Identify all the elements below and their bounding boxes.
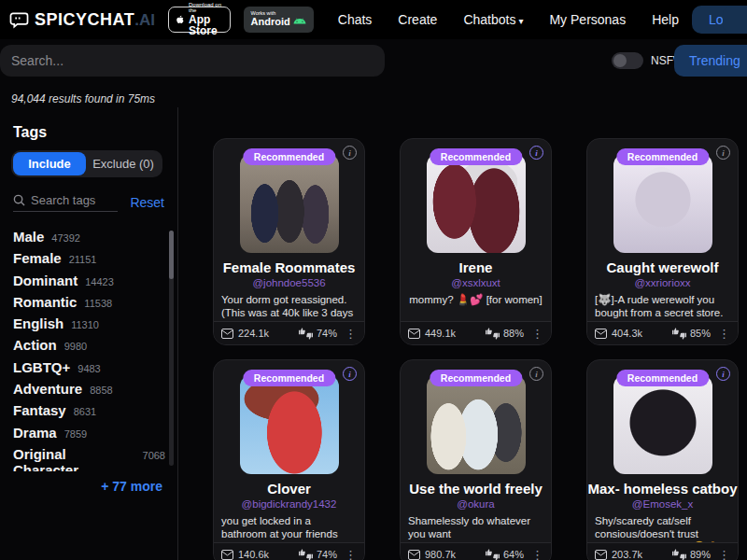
nav-chatbots[interactable]: Chatbots▾: [463, 12, 523, 27]
tag-count: 9483: [78, 363, 100, 374]
card-menu-icon[interactable]: ⋮: [531, 548, 543, 560]
rating: 85% ⋮: [672, 327, 730, 341]
chatbot-avatar[interactable]: [240, 154, 339, 253]
envelope-icon: [221, 550, 233, 560]
info-icon[interactable]: i: [343, 146, 357, 160]
tag-item[interactable]: Fantasy 8631: [13, 402, 165, 424]
chatbot-title[interactable]: Max- homeless catboy: [587, 481, 738, 497]
tag-list-scrollbar[interactable]: [169, 231, 174, 466]
include-tab[interactable]: Include: [13, 152, 86, 175]
card-footer: 203.7k 89% ⋮: [587, 542, 738, 560]
card-menu-icon[interactable]: ⋮: [345, 327, 357, 341]
tag-item[interactable]: LGBTQ+ 9483: [13, 359, 165, 381]
app-store-badge[interactable]: Download on the App Store: [168, 7, 231, 33]
tag-count: 8631: [74, 406, 96, 417]
message-count-value: 449.1k: [425, 328, 456, 339]
tag-item[interactable]: Drama 7859: [13, 425, 165, 446]
card-menu-icon[interactable]: ⋮: [718, 327, 730, 341]
register-button-partial[interactable]: [723, 6, 747, 34]
chatbot-username[interactable]: @johndoe5536: [214, 277, 364, 288]
chatbot-card[interactable]: Recommended i Max- homeless catboy @Emos…: [586, 359, 739, 560]
chatbot-description: Shamelessly do whatever you want: [408, 514, 543, 540]
tag-item[interactable]: Male 47392: [13, 229, 165, 250]
tag-item[interactable]: Romantic 11538: [13, 294, 165, 315]
chatbot-username[interactable]: @xxriorioxx: [587, 277, 738, 288]
spicychat-logo[interactable]: SPICYCHAT.AI: [9, 10, 155, 30]
chatbot-avatar[interactable]: [240, 375, 339, 474]
message-count-value: 404.3k: [612, 328, 642, 339]
chatbot-avatar[interactable]: [427, 375, 526, 474]
chatbot-title[interactable]: Female Roommates: [214, 259, 364, 275]
card-menu-icon[interactable]: ⋮: [718, 548, 730, 560]
nav-help[interactable]: Help: [652, 12, 679, 27]
apple-icon: [176, 12, 184, 27]
tag-item-clipped[interactable]: ▄▄▄ ▄: [13, 468, 165, 471]
thumbs-up-down-icon: [486, 328, 500, 340]
logo-suffix: .AI: [134, 11, 155, 29]
info-icon[interactable]: i: [343, 367, 357, 381]
tag-item[interactable]: Dominant 14423: [13, 273, 165, 294]
tag-item[interactable]: Adventure 8858: [13, 381, 165, 402]
reset-tags-link[interactable]: Reset: [130, 195, 164, 210]
chatbot-title[interactable]: Use the world freely: [401, 481, 551, 497]
scrollbar-thumb[interactable]: [169, 231, 174, 279]
info-icon[interactable]: i: [716, 146, 730, 160]
chatbot-avatar[interactable]: [613, 154, 712, 253]
chatbot-title[interactable]: Irene: [401, 259, 551, 275]
nsfw-toggle[interactable]: [612, 52, 643, 69]
chatbot-card[interactable]: Recommended i Use the world freely @okur…: [400, 359, 552, 560]
chatbot-card[interactable]: Recommended i Caught werewolf @xxrioriox…: [586, 138, 739, 345]
chatbot-avatar[interactable]: [427, 154, 526, 253]
rating: 74% ⋮: [299, 548, 357, 560]
tags-sidebar: Tags Include Exclude (0) Reset Male 4739…: [0, 107, 178, 560]
card-grid: Recommended i Female Roommates @johndoe5…: [213, 138, 739, 560]
thumbs-up-down-icon: [672, 328, 686, 340]
chatbot-title[interactable]: Caught werewolf: [587, 259, 738, 275]
tag-item[interactable]: Female 21151: [13, 250, 165, 272]
tag-item[interactable]: Original Character 7068: [13, 446, 165, 468]
chatbot-card[interactable]: Recommended i Female Roommates @johndoe5…: [213, 138, 365, 345]
chatbot-username[interactable]: @bigdickrandy1432: [214, 498, 364, 510]
tag-item[interactable]: Action 9980: [13, 337, 165, 358]
rating-value: 89%: [690, 549, 711, 560]
search-icon: [13, 194, 25, 206]
message-count: 449.1k: [408, 328, 456, 339]
nav-my-personas[interactable]: My Personas: [549, 12, 626, 27]
card-menu-icon[interactable]: ⋮: [345, 548, 357, 560]
envelope-icon: [595, 329, 607, 339]
nav-chats[interactable]: Chats: [338, 12, 373, 27]
info-icon[interactable]: i: [716, 367, 730, 381]
tag-count: 7859: [64, 428, 87, 440]
more-tags-link[interactable]: + 77 more: [101, 479, 162, 494]
trending-button[interactable]: Trending: [674, 45, 747, 77]
chatbot-avatar[interactable]: [613, 375, 712, 474]
tag-item[interactable]: English 11310: [13, 315, 165, 337]
app-store-badge-top: Download on the: [189, 2, 222, 14]
tag-search-input[interactable]: [31, 193, 115, 207]
chatbot-username[interactable]: @okura: [401, 498, 551, 510]
card-menu-icon[interactable]: ⋮: [531, 327, 543, 341]
message-count-value: 140.6k: [238, 549, 269, 560]
chevron-down-icon: ▾: [518, 16, 523, 26]
recommended-badge: Recommended: [243, 148, 335, 165]
thumbs-up-down-icon: [486, 549, 500, 560]
rating: 74% ⋮: [299, 327, 357, 341]
info-icon[interactable]: i: [529, 146, 543, 160]
chatbot-card[interactable]: Recommended i Clover @bigdickrandy1432 y…: [213, 359, 365, 560]
chatbot-description: mommy? 💄💕 [for women]: [408, 293, 543, 306]
tag-search-field[interactable]: [13, 193, 118, 212]
message-count: 203.7k: [595, 549, 642, 560]
tag-count: 9980: [64, 341, 87, 352]
android-badge[interactable]: Works with Android: [244, 7, 314, 33]
chatbot-card[interactable]: Recommended i Irene @xsxlxuxt mommy? 💄💕 …: [400, 138, 552, 345]
exclude-tab[interactable]: Exclude (0): [86, 152, 161, 175]
chatbot-username[interactable]: @Emosek_x: [587, 498, 738, 510]
nav-create[interactable]: Create: [398, 12, 437, 27]
rating: 64% ⋮: [486, 548, 543, 560]
chatbot-username[interactable]: @xsxlxuxt: [401, 277, 551, 288]
info-icon[interactable]: i: [529, 367, 543, 381]
search-input[interactable]: [0, 45, 385, 77]
message-count: 140.6k: [221, 549, 269, 560]
app-store-badge-bottom: App Store: [189, 14, 222, 37]
chatbot-title[interactable]: Clover: [214, 481, 364, 497]
